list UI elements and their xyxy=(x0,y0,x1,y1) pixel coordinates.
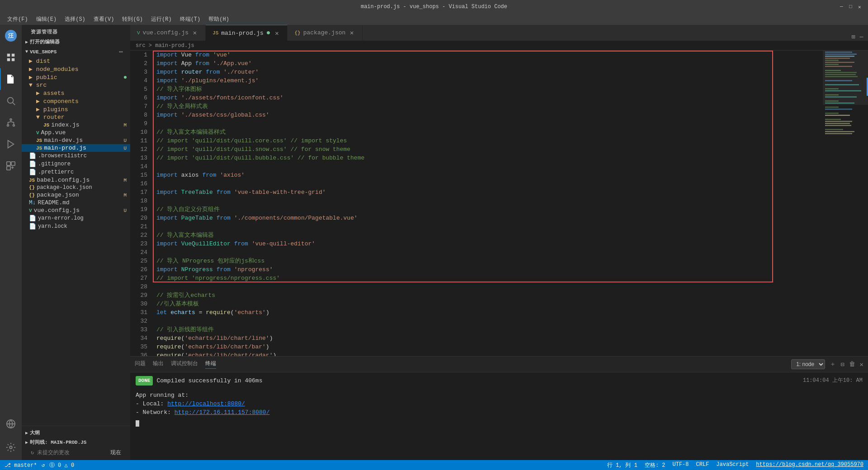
error-warning[interactable]: ⓪ 0 △ 0 xyxy=(49,461,74,469)
activity-explorer[interactable] xyxy=(0,47,22,68)
code-content[interactable]: import Vue from 'vue' import App from '.… xyxy=(153,51,823,356)
more-actions-icon[interactable]: ⋯ xyxy=(860,33,863,41)
tree-item-prettierrc[interactable]: 📄 .prettierrc xyxy=(22,168,130,176)
menu-run[interactable]: 运行(R) xyxy=(147,14,175,24)
tree-item-dist[interactable]: ▶ dist xyxy=(22,57,130,65)
tree-item-package-lock[interactable]: {} package-lock.json xyxy=(22,184,130,191)
line-num-34: 34 xyxy=(130,334,147,343)
sidebar-more-icon[interactable]: ⋯ xyxy=(119,48,123,56)
line-num-24: 24 xyxy=(130,248,147,257)
tree-item-assets[interactable]: ▶ assets xyxy=(22,89,130,97)
tree-item-components[interactable]: ▶ components xyxy=(22,97,130,105)
tree-item-vue-config[interactable]: V vue.config.js U xyxy=(22,207,130,214)
vue-file-icon: V xyxy=(36,130,39,136)
terminal-split-icon[interactable]: ⊟ xyxy=(840,361,844,368)
code-editor[interactable]: 1 2 3 4 5 6 7 8 9 10 11 12 13 14 15 16 1 xyxy=(130,51,868,356)
minimap-highlight xyxy=(823,51,868,105)
line-ending[interactable]: CRLF xyxy=(696,461,709,469)
outline-label: 大纲 xyxy=(30,429,40,436)
encoding[interactable]: UTF-8 xyxy=(673,461,689,469)
activity-git[interactable] xyxy=(0,112,22,133)
network-label: - Network: xyxy=(136,409,175,416)
tree-item-src[interactable]: ▼ src xyxy=(22,81,130,89)
line-num-16: 16 xyxy=(130,179,147,188)
sync-icon[interactable]: ↺ xyxy=(42,462,45,469)
tab-vue-config[interactable]: V vue.config.js ✕ xyxy=(130,25,206,41)
tab-debug-console[interactable]: 调试控制台 xyxy=(171,360,198,369)
svg-rect-37 xyxy=(825,115,850,116)
tab-main-prod[interactable]: JS main-prod.js ● ✕ xyxy=(206,25,288,41)
activity-files[interactable] xyxy=(0,68,22,90)
activity-search[interactable] xyxy=(0,90,22,112)
code-line-9 xyxy=(156,119,823,128)
tree-item-readme[interactable]: M↓ README.md xyxy=(22,199,130,207)
tree-item-app-vue[interactable]: V App.vue xyxy=(22,129,130,136)
menu-help[interactable]: 帮助(H) xyxy=(205,14,233,24)
svg-rect-10 xyxy=(7,162,10,165)
tree-item-yarn-error[interactable]: 📄 yarn-error.log xyxy=(22,214,130,222)
tree-item-babel-config[interactable]: JS babel.config.js M xyxy=(22,176,130,184)
vue-tab-icon: V xyxy=(137,30,140,36)
sidebar-open-files[interactable]: ▶ 打开的编辑器 xyxy=(22,37,130,47)
menu-edit[interactable]: 编辑(E) xyxy=(33,14,61,24)
tree-item-gitignore[interactable]: 📄 .gitignore xyxy=(22,160,130,168)
code-line-12: // import 'quill/dist/quill.snow.css' //… xyxy=(156,145,823,154)
activity-remote[interactable] xyxy=(0,413,22,435)
split-editor-icon[interactable]: ⊞ xyxy=(851,33,855,41)
activity-avatar[interactable]: 汪 xyxy=(0,25,22,47)
tree-item-main-prod[interactable]: JS main-prod.js U xyxy=(22,144,130,152)
tree-item-public[interactable]: ▶ public xyxy=(22,73,130,81)
menu-goto[interactable]: 转到(G) xyxy=(118,14,146,24)
activity-debug[interactable] xyxy=(0,133,22,155)
activity-settings[interactable] xyxy=(0,437,22,458)
activity-extensions[interactable] xyxy=(0,155,22,177)
spaces[interactable]: 空格: 2 xyxy=(645,461,665,469)
close-icon[interactable]: ✕ xyxy=(273,29,280,37)
breadcrumb-path: src > main-prod.js xyxy=(136,42,194,49)
menu-view[interactable]: 查看(V) xyxy=(90,14,118,24)
tab-problems[interactable]: 问题 xyxy=(135,360,146,369)
status-bar: ⎇ master* ↺ ⓪ 0 △ 0 行 1, 列 1 空格: 2 UTF-8… xyxy=(0,460,868,470)
tree-item-browserslistrc[interactable]: 📄 .browserslistrc xyxy=(22,152,130,160)
tab-package-json[interactable]: {} package.json ✕ xyxy=(288,25,363,41)
tab-terminal[interactable]: 终端 xyxy=(205,360,216,369)
tree-item-router[interactable]: ▼ router xyxy=(22,113,130,121)
maximize-button[interactable]: □ xyxy=(849,4,854,9)
tree-item-index-js[interactable]: JS index.js M xyxy=(22,121,130,129)
sidebar-outline[interactable]: ▶ 大纲 xyxy=(22,428,130,437)
tree-item-yarn-lock[interactable]: 📄 yarn.lock xyxy=(22,222,130,230)
sidebar-project[interactable]: ▼ VUE_SHOPS ⋯ xyxy=(22,47,130,57)
menu-file[interactable]: 文件(F) xyxy=(4,14,32,24)
tab-output[interactable]: 输出 xyxy=(153,360,164,369)
csdn-link[interactable]: https://blog.csdn.net/qq_39055970 xyxy=(756,461,863,469)
code-line-21 xyxy=(156,222,823,231)
sidebar-timeline[interactable]: ▶ 时间线: main-prod.js xyxy=(22,437,130,447)
tree-item-main-dev[interactable]: JS main-dev.js U xyxy=(22,136,130,144)
network-url[interactable]: http://172.16.111.157:8080/ xyxy=(175,409,270,416)
svg-rect-44 xyxy=(825,133,852,134)
line-num-9: 9 xyxy=(130,119,147,128)
local-url[interactable]: http://localhost:8080/ xyxy=(167,400,245,407)
language-mode[interactable]: JavaScript xyxy=(716,461,749,469)
close-icon[interactable]: ✕ xyxy=(348,29,355,37)
minimize-button[interactable]: ─ xyxy=(840,4,845,9)
main-layout: 汪 资源管理器 ▶ 打开的编辑器 xyxy=(0,25,868,460)
terminal-trash-icon[interactable]: 🗑 xyxy=(849,361,855,368)
tree-item-package-json[interactable]: {} package.json M xyxy=(22,191,130,199)
code-line-28 xyxy=(156,282,823,291)
terminal-add-icon[interactable]: ＋ xyxy=(830,360,836,368)
close-button[interactable]: ✕ xyxy=(858,4,863,9)
close-icon[interactable]: ✕ xyxy=(191,29,198,37)
line-num-11: 11 xyxy=(130,136,147,145)
terminal-node-select[interactable]: 1: node xyxy=(791,359,825,369)
git-branch[interactable]: ⎇ master* xyxy=(5,462,37,469)
tree-item-plugins[interactable]: ▶ plugins xyxy=(22,105,130,113)
code-line-20: import PageTable from './components/comm… xyxy=(156,214,823,222)
tree-item-node-modules[interactable]: ▶ node_modules xyxy=(22,65,130,73)
terminal-close-icon[interactable]: ✕ xyxy=(860,361,863,368)
local-label: - Local: xyxy=(136,400,167,407)
menu-terminal[interactable]: 终端(T) xyxy=(176,14,204,24)
cursor-position[interactable]: 行 1, 列 1 xyxy=(607,461,637,469)
terminal-panel: 问题 输出 调试控制台 终端 1: node ＋ ⊟ 🗑 ✕ DONE xyxy=(130,356,868,460)
menu-select[interactable]: 选择(S) xyxy=(61,14,89,24)
